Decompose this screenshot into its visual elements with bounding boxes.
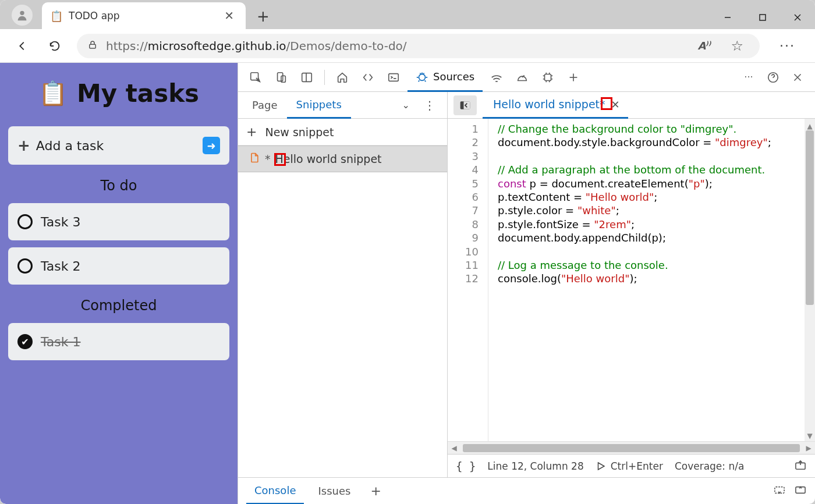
scroll-up-icon[interactable]: ▲ (805, 120, 815, 130)
console-drawer-tab[interactable]: Console (246, 478, 304, 505)
pretty-print-button[interactable]: { } (456, 460, 476, 473)
snippet-file-icon (249, 152, 260, 166)
new-tab-button[interactable]: + (251, 5, 275, 28)
help-icon[interactable] (761, 67, 785, 88)
elements-icon[interactable] (356, 67, 380, 88)
run-snippet-button[interactable]: Ctrl+Enter (596, 460, 663, 472)
sources-tab-label: Sources (433, 70, 474, 83)
svg-rect-9 (302, 73, 312, 81)
url-field[interactable]: https://microsoftedge.github.io/Demos/de… (77, 34, 760, 58)
sidebar-more-button[interactable]: ⋮ (417, 98, 442, 112)
performance-icon[interactable] (511, 67, 534, 88)
sources-sidebar: Page Snippets ⌄ ⋮ + New snippet *Hello w… (238, 92, 448, 477)
scrollbar-thumb[interactable] (463, 444, 800, 452)
highlight-marker (274, 153, 286, 166)
scroll-left-icon[interactable]: ◀ (448, 444, 460, 452)
welcome-icon[interactable] (331, 67, 354, 88)
svg-rect-11 (389, 73, 399, 81)
favorite-button[interactable]: ☆ (725, 34, 750, 58)
svg-rect-7 (278, 72, 283, 81)
task-item-done[interactable]: ✔ Task 1 (8, 323, 229, 360)
scroll-right-icon[interactable]: ▶ (802, 444, 815, 452)
sidebar-tabs: Page Snippets ⌄ ⋮ (238, 92, 447, 119)
chevron-down-icon[interactable]: ⌄ (395, 100, 417, 111)
inspect-icon[interactable] (244, 67, 267, 88)
back-button[interactable] (12, 36, 33, 56)
checkbox-checked-icon[interactable]: ✔ (17, 334, 33, 349)
new-snippet-label: New snippet (265, 126, 334, 139)
todo-section-heading: To do (8, 172, 229, 196)
snippet-name: Hello world snippet (275, 152, 382, 165)
coverage-status: Coverage: n/a (675, 460, 745, 472)
source-map-icon[interactable] (794, 460, 807, 473)
add-drawer-tab-button[interactable]: + (364, 484, 387, 498)
completed-section-heading: Completed (8, 292, 229, 316)
person-icon (16, 9, 29, 22)
memory-icon[interactable] (536, 67, 559, 88)
app-header: 📋 My tasks (8, 71, 229, 119)
editor-statusbar: { } Line 12, Column 28 Ctrl+Enter Covera… (448, 454, 815, 477)
drawer-icon-1[interactable] (773, 485, 786, 498)
devtools-panel: Sources ··· Page Snippets ⌄ (238, 63, 815, 504)
issues-drawer-tab[interactable]: Issues (310, 478, 359, 505)
clipboard-icon: 📋 (38, 80, 68, 107)
task-label: Task 3 (41, 215, 80, 229)
snippet-item[interactable]: *Hello world snippet (238, 145, 447, 172)
more-tabs-button[interactable] (562, 67, 585, 88)
clipboard-icon: 📋 (50, 10, 63, 22)
add-task-label: Add a task (36, 139, 197, 153)
svg-rect-23 (796, 487, 805, 493)
maximize-button[interactable] (745, 6, 780, 29)
device-icon[interactable] (270, 67, 293, 88)
browser-menu-button[interactable]: ··· (771, 35, 803, 56)
toggle-navigator-button[interactable] (453, 95, 477, 115)
read-aloud-icon[interactable]: A)) (692, 36, 717, 55)
address-bar: https://microsoftedge.github.io/Demos/de… (0, 29, 815, 63)
plus-icon: + (246, 125, 257, 139)
code-editor[interactable]: 123456789101112 // Change the background… (448, 119, 815, 441)
dock-icon[interactable] (295, 67, 318, 88)
profile-button[interactable] (12, 5, 33, 26)
url-text: https://microsoftedge.github.io/Demos/de… (106, 39, 683, 53)
browser-tab[interactable]: 📋 TODO app ✕ (42, 2, 246, 29)
editor-tabs: Hello world snippet* ✕ (448, 92, 815, 119)
refresh-button[interactable] (44, 36, 65, 56)
checkbox-icon[interactable] (17, 214, 33, 229)
snippets-tab[interactable]: Snippets (287, 92, 351, 119)
drawer-icon-2[interactable] (794, 485, 807, 498)
editor-tab-name: Hello world snippet* (493, 98, 605, 111)
svg-point-12 (419, 74, 426, 80)
svg-rect-22 (775, 487, 784, 493)
code-content[interactable]: // Change the background color to "dimgr… (488, 119, 815, 441)
svg-rect-2 (760, 15, 766, 20)
close-devtools-button[interactable] (786, 67, 809, 88)
console-icon[interactable] (382, 67, 405, 88)
close-tab-button[interactable]: ✕ (221, 8, 238, 24)
devtools-menu-button[interactable]: ··· (737, 67, 760, 88)
sources-tab[interactable]: Sources (408, 63, 483, 92)
checkbox-icon[interactable] (17, 258, 33, 274)
browser-titlebar: 📋 TODO app ✕ + (0, 0, 815, 29)
vertical-scrollbar[interactable]: ▲ ▼ (805, 119, 815, 441)
add-task-button[interactable]: + Add a task ➜ (8, 126, 229, 165)
scrollbar-thumb[interactable] (806, 130, 814, 305)
cursor-position: Line 12, Column 28 (487, 460, 583, 472)
task-item[interactable]: Task 2 (8, 247, 229, 285)
todo-app: 📋 My tasks + Add a task ➜ To do Task 3 T… (0, 63, 238, 504)
tab-title: TODO app (69, 10, 215, 22)
page-tab[interactable]: Page (243, 92, 287, 119)
highlight-marker (601, 97, 612, 110)
scroll-down-icon[interactable]: ▼ (805, 430, 815, 440)
new-snippet-button[interactable]: + New snippet (238, 119, 447, 145)
plus-icon: + (17, 137, 30, 154)
lock-icon (87, 40, 98, 52)
task-item[interactable]: Task 3 (8, 203, 229, 240)
svg-rect-5 (90, 44, 96, 48)
editor-file-tab[interactable]: Hello world snippet* ✕ (483, 92, 628, 119)
close-window-button[interactable] (780, 6, 815, 29)
window-controls (710, 6, 815, 29)
submit-icon[interactable]: ➜ (203, 137, 220, 154)
minimize-button[interactable] (710, 6, 745, 29)
horizontal-scrollbar[interactable]: ◀ ▶ (448, 441, 815, 454)
network-icon[interactable] (485, 67, 508, 88)
